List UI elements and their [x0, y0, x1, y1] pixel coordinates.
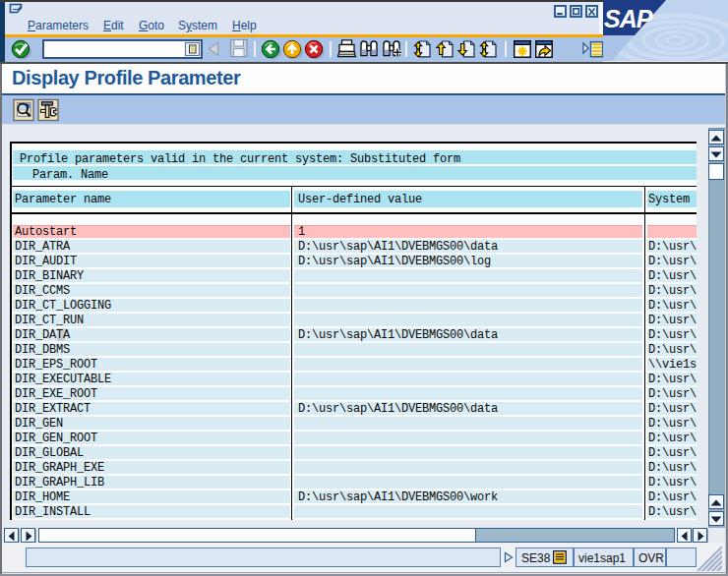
svg-text:SAP: SAP [604, 5, 653, 32]
